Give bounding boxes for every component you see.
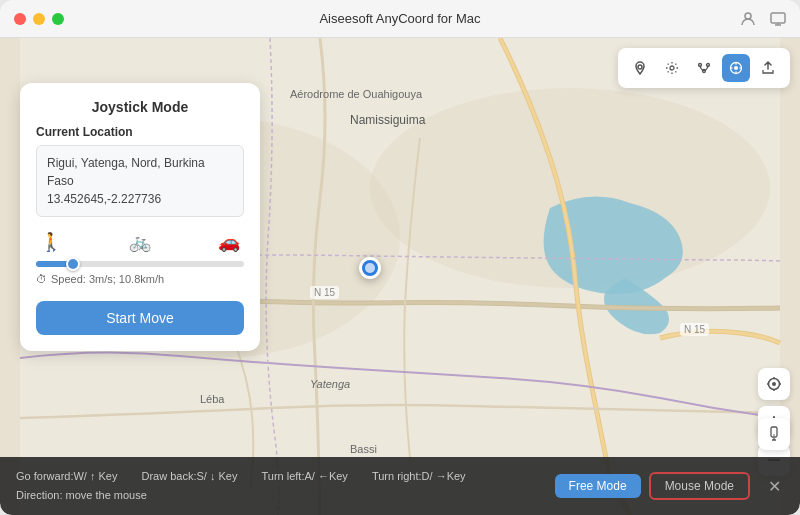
bottom-buttons: Free Mode Mouse Mode ✕ xyxy=(555,472,784,500)
label-leba: Léba xyxy=(200,393,224,405)
shortcut-right: Turn right:D/ →Key xyxy=(372,467,466,486)
location-box: Rigui, Yatenga, Nord, Burkina Faso 13.45… xyxy=(36,145,244,217)
slider-thumb[interactable] xyxy=(66,257,80,271)
speed-slider-row: ⏱ Speed: 3m/s; 10.8km/h xyxy=(36,261,244,285)
route-icon-btn[interactable] xyxy=(690,54,718,82)
bottom-bar: Go forward:W/ ↑ Key Draw back:S/ ↓ Key T… xyxy=(0,457,800,515)
shortcut-back: Draw back:S/ ↓ Key xyxy=(141,467,237,486)
free-mode-button[interactable]: Free Mode xyxy=(555,474,641,498)
my-location-btn[interactable] xyxy=(758,368,790,400)
pin-icon-btn[interactable] xyxy=(626,54,654,82)
joystick-icon-btn[interactable] xyxy=(722,54,750,82)
section-label: Current Location xyxy=(36,125,244,139)
walk-icon[interactable]: 🚶 xyxy=(40,231,62,253)
label-namissiguima: Namissiguima xyxy=(350,113,425,127)
shortcut-left: Turn left:A/ ←Key xyxy=(261,467,347,486)
mouse-mode-button[interactable]: Mouse Mode xyxy=(649,472,750,500)
speed-text: ⏱ Speed: 3m/s; 10.8km/h xyxy=(36,273,244,285)
location-marker xyxy=(359,257,381,279)
location-line2: 13.452645,-2.227736 xyxy=(47,192,161,206)
window-title: Aiseesoft AnyCoord for Mac xyxy=(319,11,480,26)
label-aerodrome: Aérodrome de Ouahigouya xyxy=(290,88,422,100)
speed-value: Speed: 3m/s; 10.8km/h xyxy=(51,273,164,285)
speed-slider[interactable] xyxy=(36,261,244,267)
svg-point-13 xyxy=(734,66,738,70)
settings-icon-btn[interactable] xyxy=(658,54,686,82)
label-yatenga: Yatenga xyxy=(310,378,350,390)
joystick-panel: Joystick Mode Current Location Rigui, Ya… xyxy=(20,83,260,351)
label-n15-2: N 15 xyxy=(680,323,709,336)
shortcut-text: Go forward:W/ ↑ Key Draw back:S/ ↓ Key T… xyxy=(16,467,555,504)
user-icon[interactable] xyxy=(740,11,756,27)
traffic-lights xyxy=(14,13,64,25)
app-window: Aiseesoft AnyCoord for Mac xyxy=(0,0,800,515)
shortcut-row-2: Direction: move the mouse xyxy=(16,486,555,505)
transport-modes: 🚶 🚲 🚗 xyxy=(36,231,244,253)
location-line1: Rigui, Yatenga, Nord, Burkina Faso xyxy=(47,156,205,188)
close-bottom-button[interactable]: ✕ xyxy=(764,476,784,496)
label-bassi: Bassi xyxy=(350,443,377,455)
shortcut-direction: Direction: move the mouse xyxy=(16,489,147,501)
maximize-button[interactable] xyxy=(52,13,64,25)
svg-point-19 xyxy=(772,382,776,386)
svg-point-7 xyxy=(638,65,642,69)
minimize-button[interactable] xyxy=(33,13,45,25)
main-content: Aérodrome de Ouahigouya Namissiguima Zon… xyxy=(0,38,800,515)
shortcut-forward: Go forward:W/ ↑ Key xyxy=(16,467,117,486)
export-icon-btn[interactable] xyxy=(754,54,782,82)
svg-point-0 xyxy=(745,13,751,19)
svg-rect-1 xyxy=(771,13,785,23)
shortcut-row-1: Go forward:W/ ↑ Key Draw back:S/ ↓ Key T… xyxy=(16,467,555,486)
close-button[interactable] xyxy=(14,13,26,25)
titlebar-actions xyxy=(740,11,786,27)
device-btn[interactable] xyxy=(758,418,790,450)
panel-title: Joystick Mode xyxy=(36,99,244,115)
top-toolbar xyxy=(618,48,790,88)
speed-icon: ⏱ xyxy=(36,273,47,285)
screen-icon[interactable] xyxy=(770,11,786,27)
device-btn-area xyxy=(758,418,790,450)
bike-icon[interactable]: 🚲 xyxy=(129,231,151,253)
label-n15-1: N 15 xyxy=(310,286,339,299)
titlebar: Aiseesoft AnyCoord for Mac xyxy=(0,0,800,38)
start-move-button[interactable]: Start Move xyxy=(36,301,244,335)
car-icon[interactable]: 🚗 xyxy=(218,231,240,253)
svg-point-8 xyxy=(670,66,674,70)
svg-point-30 xyxy=(773,434,775,436)
